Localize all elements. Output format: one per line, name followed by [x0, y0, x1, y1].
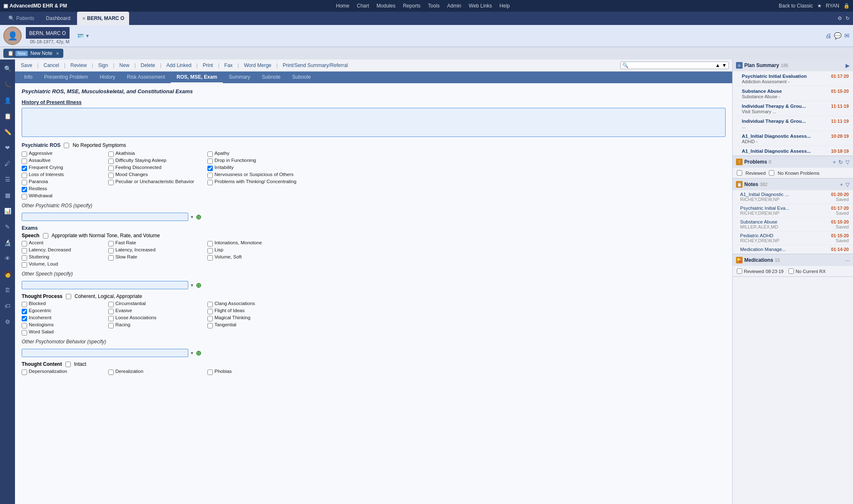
sidebar-icon-settings[interactable]: ⚙ — [2, 316, 13, 328]
dropdown-icon[interactable]: ▼ — [85, 33, 90, 38]
nav-help[interactable]: Help — [499, 3, 510, 9]
plan-item-2[interactable]: Individual Therapy & Grou... 11·11·19 Vi… — [733, 101, 853, 116]
tab-subnote-2[interactable]: Subnote — [287, 72, 317, 83]
sidebar-icon-person[interactable]: 👤 — [2, 94, 13, 106]
plan-item-5[interactable]: A1_Initial Diagnostic Assess... 10·18·19 — [733, 146, 853, 156]
new-button[interactable]: New — [117, 61, 132, 70]
problems-add-icon[interactable]: + — [833, 159, 836, 165]
notes-add-icon[interactable]: + — [840, 181, 843, 188]
cb-fast-rate-input[interactable] — [108, 241, 114, 246]
cb-latency-inc-input[interactable] — [108, 248, 114, 253]
cb-stuttering-input[interactable] — [22, 255, 27, 261]
tab-subnote-1[interactable]: Subnote — [256, 72, 287, 83]
sidebar-icon-microscope[interactable]: 🔬 — [2, 237, 13, 248]
cb-volume-loud-input[interactable] — [22, 262, 27, 268]
cb-mood-changes-input[interactable] — [108, 173, 114, 178]
sign-button[interactable]: Sign — [95, 61, 110, 70]
cancel-button[interactable]: Cancel — [41, 61, 61, 70]
print-send-button[interactable]: Print/Send Summary/Referral — [280, 61, 351, 70]
cb-slow-rate-input[interactable] — [108, 255, 114, 261]
tab-ros-mse-exam[interactable]: ROS, MSE, Exam — [171, 72, 223, 83]
plan-item-4[interactable]: A1_Initial Diagnostic Assess... 10·28·19… — [733, 131, 853, 146]
appropriate-normal-checkbox[interactable] — [43, 233, 48, 238]
sidebar-icon-calendar[interactable]: 🗓 — [2, 284, 13, 296]
other-speech-add[interactable]: ⊕ — [196, 281, 201, 289]
other-psychiatric-input[interactable] — [22, 213, 188, 221]
meds-no-current-checkbox[interactable] — [788, 268, 794, 274]
intact-checkbox[interactable] — [65, 362, 71, 367]
tab-bern-close-icon[interactable]: ✕ — [82, 16, 85, 21]
sidebar-icon-search[interactable]: 🔍 — [2, 63, 13, 74]
other-psychomotor-input[interactable] — [22, 349, 188, 357]
nav-modules[interactable]: Modules — [377, 3, 395, 9]
cb-blocked-input[interactable] — [22, 302, 27, 307]
cb-frequent-crying-input[interactable] — [22, 166, 27, 171]
cb-feeling-disconnected-input[interactable] — [108, 166, 114, 171]
tab-presenting-problem[interactable]: Presenting Problem — [38, 72, 94, 83]
plan-item-0[interactable]: Psychiatric Initial Evaluation 01·17·20 … — [733, 71, 853, 86]
nav-reports[interactable]: Reports — [403, 3, 420, 9]
notes-item-2[interactable]: Substance Abuse 01·15·20 MILLER,ALEX,MD … — [733, 218, 853, 231]
nav-admin[interactable]: Admin — [447, 3, 461, 9]
nav-chart[interactable]: Chart — [357, 3, 369, 9]
sidebar-icon-person2[interactable]: 🧑 — [2, 268, 13, 280]
search-up-icon[interactable]: ▲ — [715, 62, 720, 68]
tab-bern[interactable]: ✕ BERN, MARC O — [77, 12, 129, 25]
cb-magical-input[interactable] — [207, 316, 213, 321]
medications-more-icon[interactable]: ··· — [845, 257, 850, 263]
cb-racing-input[interactable] — [108, 323, 114, 328]
cb-nervousness-input[interactable] — [207, 173, 213, 178]
print-button[interactable]: Print — [200, 61, 216, 70]
tab-patients[interactable]: 🔍 Patients — [3, 12, 39, 25]
cb-problems-thinking-input[interactable] — [207, 180, 213, 185]
nav-home[interactable]: Home — [336, 3, 349, 9]
refresh-icon[interactable]: ↻ — [846, 15, 850, 21]
sidebar-icon-phone[interactable]: 📞 — [2, 79, 13, 90]
word-merge-button[interactable]: Word Merge — [242, 61, 274, 70]
new-note-close-icon[interactable]: ✕ — [56, 51, 59, 56]
cb-volume-soft-input[interactable] — [207, 255, 213, 261]
other-speech-dropdown[interactable]: ▼ — [190, 283, 194, 288]
cb-akathisia-input[interactable] — [108, 151, 114, 157]
sidebar-icon-list[interactable]: ☰ — [2, 174, 13, 185]
cb-intonations-input[interactable] — [207, 241, 213, 246]
cb-aggressive-input[interactable] — [22, 151, 27, 157]
other-psychomotor-add[interactable]: ⊕ — [196, 349, 201, 357]
search-down-icon[interactable]: ▼ — [722, 62, 727, 68]
other-psychiatric-add[interactable]: ⊕ — [196, 213, 201, 221]
cb-drop-in-functioning-input[interactable] — [207, 159, 213, 164]
notes-item-0[interactable]: A1_Initial Diagnostic ... 01·20·20 RICHE… — [733, 190, 853, 204]
cb-accent-input[interactable] — [22, 241, 27, 246]
tab-history[interactable]: History — [94, 72, 121, 83]
sidebar-icon-pen[interactable]: 🖊 — [2, 158, 13, 169]
problems-header[interactable]: ! Problems 0 + ↻ ▽ — [733, 156, 853, 168]
medications-header[interactable]: 💊 Medications 15 ··· — [733, 254, 853, 266]
notes-filter-icon[interactable]: ▽ — [846, 181, 850, 188]
cb-peculiar-input[interactable] — [108, 180, 114, 185]
new-note-tab[interactable]: 📋 New New Note ✕ — [3, 49, 63, 58]
cb-loss-interests-input[interactable] — [22, 173, 27, 178]
cb-apathy-input[interactable] — [207, 151, 213, 157]
plan-item-1[interactable]: Substance Abuse 01·15·20 Substance Abuse… — [733, 86, 853, 101]
cb-incoherent-input[interactable] — [22, 316, 27, 321]
problems-filter-icon[interactable]: ▽ — [846, 159, 850, 165]
cb-tangential-input[interactable] — [207, 323, 213, 328]
plan-summary-expand-icon[interactable]: ▶ — [846, 62, 850, 69]
cb-loose-input[interactable] — [108, 316, 114, 321]
cb-restless-input[interactable] — [22, 187, 27, 192]
tab-info[interactable]: Info — [18, 72, 38, 83]
sidebar-icon-heart[interactable]: ❤ — [2, 142, 13, 154]
sidebar-icon-chart[interactable]: 📊 — [2, 205, 13, 217]
history-textarea[interactable] — [22, 108, 726, 137]
no-known-problems-checkbox[interactable] — [769, 170, 774, 176]
cb-difficulty-staying-input[interactable] — [108, 159, 114, 164]
problems-refresh-icon[interactable]: ↻ — [838, 159, 843, 165]
cb-word-salad-input[interactable] — [22, 330, 27, 335]
cb-neologisms-input[interactable] — [22, 323, 27, 328]
coherent-logical-checkbox[interactable] — [66, 294, 71, 299]
sidebar-icon-note[interactable]: ✏️ — [2, 126, 13, 138]
sidebar-icon-clipboard[interactable]: 📋 — [2, 110, 13, 122]
notes-header[interactable]: 📋 Notes 382 + ▽ — [733, 179, 853, 190]
cb-paranoia-input[interactable] — [22, 180, 27, 185]
tab-risk-assessment[interactable]: Risk Assessment — [121, 72, 171, 83]
